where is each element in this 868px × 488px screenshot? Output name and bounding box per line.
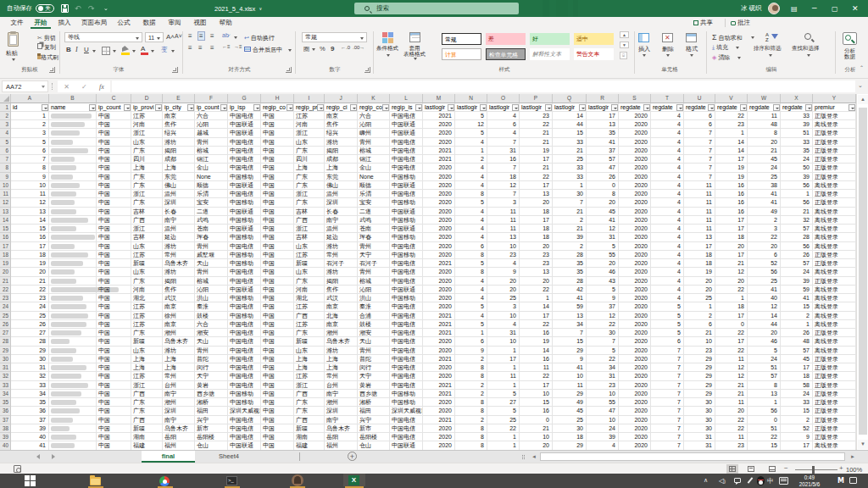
filter-icon[interactable] [253, 104, 260, 111]
cell[interactable]: 2020 [423, 173, 455, 181]
cell[interactable]: 7 [651, 390, 684, 398]
cell[interactable]: 2 [684, 312, 715, 320]
insert-function-icon[interactable]: fx [99, 83, 104, 91]
cell[interactable]: 中国 [261, 233, 294, 241]
cell[interactable]: 33 [553, 173, 587, 181]
cell[interactable]: 福建 [294, 441, 325, 450]
cell[interactable]: 4 [487, 129, 520, 137]
field-header[interactable]: lastlogir [553, 103, 587, 112]
ribbon-tab-t7[interactable]: 视图 [190, 17, 210, 29]
cell[interactable]: 秦淮 [195, 302, 228, 311]
cell[interactable]: 中国 [97, 390, 131, 398]
cell[interactable]: 离线登录 [813, 337, 856, 346]
cell[interactable]: 49 [553, 398, 587, 407]
cell[interactable]: 4 [455, 277, 487, 286]
align-middle-icon[interactable]: ≡ [198, 31, 205, 41]
cell[interactable]: 离线登录 [813, 181, 856, 190]
cell[interactable]: 13 [520, 190, 553, 198]
cell[interactable]: 2020 [619, 337, 651, 346]
cell[interactable]: 中国 [97, 302, 131, 311]
row-header[interactable]: 38 [0, 424, 11, 433]
col-header[interactable]: S [619, 94, 651, 103]
cell[interactable]: 46 [587, 268, 619, 276]
cell[interactable]: 河南 [131, 286, 163, 294]
cell[interactable]: 17 [11, 242, 49, 251]
cell[interactable]: 中国电信 [228, 164, 261, 172]
cell[interactable]: 4 [651, 164, 684, 172]
cell[interactable]: 20 [587, 259, 619, 268]
cell[interactable]: 15 [781, 302, 813, 311]
cell[interactable]: 正版登录 [813, 363, 856, 372]
cell[interactable]: 16 [715, 190, 748, 198]
cell[interactable]: 5 [11, 138, 49, 147]
cell[interactable]: 22 [487, 424, 520, 433]
cell[interactable]: 兴宁 [358, 416, 390, 424]
cell[interactable]: 7 [553, 198, 587, 207]
cell[interactable]: 2020 [619, 372, 651, 380]
cell[interactable]: 38 [748, 181, 781, 190]
cell[interactable]: 锦江 [358, 155, 390, 164]
cell[interactable]: 中国联通 [390, 208, 423, 216]
cell[interactable]: 2020 [619, 216, 651, 225]
cell[interactable]: 深圳 [325, 198, 358, 207]
cell[interactable]: 河南 [131, 120, 163, 129]
cell[interactable]: 19 [715, 164, 748, 172]
cell[interactable]: 中国联通 [228, 208, 261, 216]
cell[interactable]: 6 [684, 112, 715, 120]
cell[interactable]: 22 [748, 233, 781, 241]
cell[interactable]: 4 [455, 181, 487, 190]
cell[interactable]: 23 [715, 120, 748, 129]
cell[interactable]: 33 [781, 398, 813, 407]
cell[interactable]: 5 [455, 112, 487, 120]
cell[interactable]: 22 [715, 112, 748, 120]
ribbon-tab-t8[interactable]: 帮助 [215, 17, 236, 29]
cell[interactable]: 浙江 [131, 381, 163, 390]
cell[interactable]: 3 [487, 198, 520, 207]
cell[interactable]: 20 [520, 441, 553, 450]
row-header[interactable]: 23 [0, 294, 11, 302]
cell[interactable]: 13 [11, 208, 49, 216]
cell[interactable]: 1 [455, 147, 487, 155]
col-header[interactable]: T [651, 94, 684, 103]
cell[interactable]: 39 [553, 233, 587, 241]
cell[interactable]: 16 [487, 155, 520, 164]
cell[interactable]: 榕城 [358, 277, 390, 286]
cell[interactable]: 16 [715, 198, 748, 207]
col-header[interactable]: L [390, 94, 423, 103]
cell[interactable]: 六合 [195, 320, 228, 329]
cell[interactable]: 中国联通 [228, 129, 261, 137]
cell[interactable]: 2020 [423, 433, 455, 441]
cell[interactable]: 中国 [97, 347, 131, 355]
cell[interactable]: 离线登录 [813, 216, 856, 225]
cell[interactable]: 6 [487, 120, 520, 129]
cell[interactable]: 59 [553, 302, 587, 311]
align-top-icon[interactable]: ≡ [188, 32, 192, 40]
cell[interactable]: 4 [455, 286, 487, 294]
cell[interactable]: 2020 [619, 138, 651, 147]
cell[interactable]: 潮州 [163, 398, 195, 407]
cell[interactable]: 中国电信 [228, 320, 261, 329]
cell[interactable]: 17 [715, 225, 748, 233]
cell[interactable]: 2021 [423, 112, 455, 120]
cell[interactable]: 中国 [97, 164, 131, 172]
insert-cells-icon[interactable] [638, 33, 650, 43]
cell[interactable]: 26 [587, 173, 619, 181]
cell[interactable]: 2020 [423, 251, 455, 259]
cell[interactable] [49, 198, 97, 207]
cell[interactable]: 2020 [619, 208, 651, 216]
cell[interactable]: 浙江 [131, 190, 163, 198]
cell[interactable]: 8 [455, 398, 487, 407]
cell[interactable]: 10 [587, 416, 619, 424]
cell[interactable]: 中国 [97, 363, 131, 372]
cell[interactable]: 18 [520, 208, 553, 216]
cell[interactable]: 7 [553, 329, 587, 337]
cell[interactable]: 温州 [325, 225, 358, 233]
cell[interactable] [49, 433, 97, 441]
cell[interactable]: 中国 [261, 416, 294, 424]
cell[interactable]: 南京 [325, 302, 358, 311]
cell[interactable]: 2020 [619, 441, 651, 450]
cell[interactable]: 天山 [195, 259, 228, 268]
cell[interactable]: 2020 [619, 398, 651, 407]
cell[interactable]: 仓山 [195, 441, 228, 450]
cell[interactable]: 1 [715, 129, 748, 137]
